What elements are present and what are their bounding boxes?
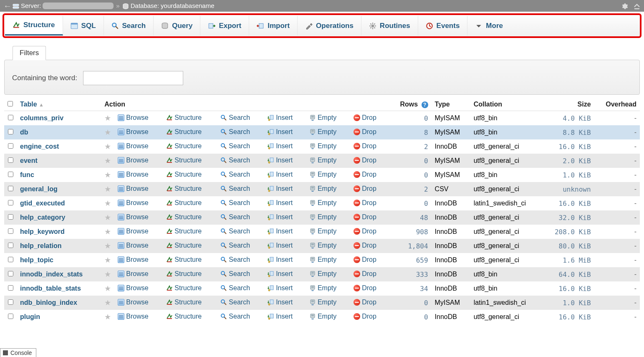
- browse-link[interactable]: Browse: [118, 114, 148, 122]
- table-name-link[interactable]: help_keyword: [20, 228, 65, 235]
- browse-link[interactable]: Browse: [118, 270, 148, 278]
- table-name-link[interactable]: help_category: [20, 214, 65, 221]
- structure-link[interactable]: Structure: [166, 128, 202, 136]
- empty-link[interactable]: Empty: [309, 128, 336, 136]
- tab-sql[interactable]: SQL: [63, 16, 104, 35]
- row-checkbox[interactable]: [8, 299, 13, 305]
- browse-link[interactable]: Browse: [118, 256, 148, 263]
- empty-link[interactable]: Empty: [309, 171, 336, 178]
- row-checkbox[interactable]: [8, 243, 13, 248]
- star-icon[interactable]: ★: [104, 213, 111, 222]
- row-checkbox[interactable]: [8, 200, 13, 205]
- row-checkbox[interactable]: [8, 257, 13, 262]
- drop-link[interactable]: Drop: [354, 128, 376, 136]
- search-link[interactable]: Search: [220, 185, 250, 192]
- table-name-link[interactable]: general_log: [20, 185, 58, 192]
- structure-link[interactable]: Structure: [166, 199, 202, 207]
- tab-query[interactable]: Query: [154, 16, 200, 35]
- row-checkbox[interactable]: [8, 129, 13, 134]
- empty-link[interactable]: Empty: [309, 114, 336, 122]
- drop-link[interactable]: Drop: [354, 242, 376, 249]
- drop-link[interactable]: Drop: [354, 142, 376, 150]
- drop-link[interactable]: Drop: [354, 284, 376, 292]
- browse-link[interactable]: Browse: [118, 128, 148, 136]
- row-checkbox[interactable]: [8, 157, 13, 163]
- row-checkbox[interactable]: [8, 314, 13, 319]
- table-name-link[interactable]: func: [20, 171, 34, 178]
- structure-link[interactable]: Structure: [166, 171, 202, 178]
- insert-link[interactable]: Insert: [268, 199, 293, 207]
- structure-link[interactable]: Structure: [166, 228, 202, 235]
- empty-link[interactable]: Empty: [309, 228, 336, 235]
- search-link[interactable]: Search: [220, 142, 250, 150]
- drop-link[interactable]: Drop: [354, 199, 376, 207]
- table-name-link[interactable]: help_topic: [20, 256, 53, 263]
- drop-link[interactable]: Drop: [354, 228, 376, 235]
- insert-link[interactable]: Insert: [268, 299, 293, 306]
- drop-link[interactable]: Drop: [354, 213, 376, 221]
- col-overhead[interactable]: Overhead: [594, 98, 640, 111]
- table-name-link[interactable]: columns_priv: [20, 114, 63, 122]
- empty-link[interactable]: Empty: [309, 199, 336, 207]
- search-link[interactable]: Search: [220, 270, 250, 278]
- empty-link[interactable]: Empty: [309, 284, 336, 292]
- empty-link[interactable]: Empty: [309, 313, 336, 320]
- tab-structure[interactable]: Structure: [5, 16, 63, 35]
- table-name-link[interactable]: plugin: [20, 313, 40, 320]
- server-name[interactable]: [43, 3, 114, 9]
- table-name-link[interactable]: ndb_binlog_index: [20, 299, 77, 306]
- search-link[interactable]: Search: [220, 313, 250, 320]
- search-link[interactable]: Search: [220, 284, 250, 292]
- drop-link[interactable]: Drop: [354, 256, 376, 263]
- table-name-link[interactable]: event: [20, 157, 38, 164]
- empty-link[interactable]: Empty: [309, 270, 336, 278]
- star-icon[interactable]: ★: [104, 142, 111, 151]
- star-icon[interactable]: ★: [104, 199, 111, 208]
- drop-link[interactable]: Drop: [354, 171, 376, 178]
- table-name-link[interactable]: innodb_table_stats: [20, 285, 81, 292]
- search-link[interactable]: Search: [220, 228, 250, 235]
- insert-link[interactable]: Insert: [268, 270, 293, 278]
- table-name-link[interactable]: help_relation: [20, 242, 62, 249]
- col-type[interactable]: Type: [432, 98, 470, 111]
- table-name-link[interactable]: db: [20, 129, 28, 136]
- empty-link[interactable]: Empty: [309, 213, 336, 221]
- insert-link[interactable]: Insert: [268, 256, 293, 263]
- insert-link[interactable]: Insert: [268, 185, 293, 192]
- filters-input[interactable]: [83, 71, 183, 85]
- drop-link[interactable]: Drop: [354, 270, 376, 278]
- database-name[interactable]: yourdatabasename: [161, 0, 214, 12]
- drop-link[interactable]: Drop: [354, 185, 376, 192]
- search-link[interactable]: Search: [220, 157, 250, 164]
- star-icon[interactable]: ★: [104, 157, 111, 165]
- tab-import[interactable]: Import: [249, 16, 298, 35]
- star-icon[interactable]: ★: [104, 114, 111, 122]
- tab-events[interactable]: Events: [418, 16, 468, 35]
- structure-link[interactable]: Structure: [166, 185, 202, 192]
- search-link[interactable]: Search: [220, 128, 250, 136]
- insert-link[interactable]: Insert: [268, 157, 293, 164]
- row-checkbox[interactable]: [8, 115, 13, 120]
- col-rows[interactable]: Rows ?: [389, 98, 431, 111]
- drop-link[interactable]: Drop: [354, 299, 376, 306]
- insert-link[interactable]: Insert: [268, 242, 293, 249]
- star-icon[interactable]: ★: [104, 270, 111, 279]
- star-icon[interactable]: ★: [104, 128, 111, 137]
- search-link[interactable]: Search: [220, 213, 250, 221]
- structure-link[interactable]: Structure: [166, 270, 202, 278]
- insert-link[interactable]: Insert: [268, 313, 293, 320]
- browse-link[interactable]: Browse: [118, 313, 148, 320]
- col-collation[interactable]: Collation: [470, 98, 542, 111]
- star-icon[interactable]: ★: [104, 171, 111, 179]
- col-table[interactable]: Table ▲: [17, 98, 101, 111]
- search-link[interactable]: Search: [220, 299, 250, 306]
- star-icon[interactable]: ★: [104, 242, 111, 250]
- table-name-link[interactable]: gtid_executed: [20, 200, 65, 207]
- col-size[interactable]: Size: [542, 98, 594, 111]
- browse-link[interactable]: Browse: [118, 171, 148, 178]
- empty-link[interactable]: Empty: [309, 185, 336, 192]
- star-icon[interactable]: ★: [104, 185, 111, 193]
- browse-link[interactable]: Browse: [118, 185, 148, 192]
- row-checkbox[interactable]: [8, 271, 13, 276]
- nav-back-icon[interactable]: ←: [3, 0, 11, 12]
